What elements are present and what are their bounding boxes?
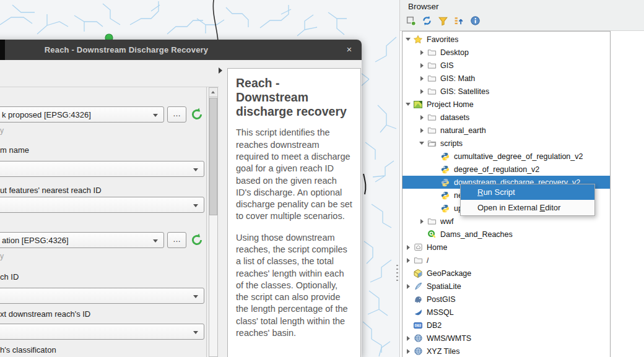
tree-item-dams-and-reaches[interactable]: Dams_and_Reaches — [402, 228, 610, 241]
tree-item-geopackage[interactable]: GeoPackage — [402, 267, 610, 280]
folder-icon — [426, 74, 437, 83]
browser-toolbar — [405, 15, 481, 26]
svg-text:DB2: DB2 — [415, 324, 421, 327]
postgis-icon — [412, 295, 424, 304]
tree-item-root[interactable]: / — [402, 254, 610, 267]
tree-item-wwf[interactable]: wwf — [402, 215, 610, 228]
nearest-reach-label: ut features' nearest reach ID — [0, 186, 102, 195]
reload-layer-icon[interactable] — [189, 233, 204, 247]
geopackage-icon — [412, 269, 424, 278]
combobox-value: ation [EPSG:4326] — [2, 236, 69, 245]
expand-icon[interactable] — [404, 258, 412, 263]
qgis-window: Reach - Downstream Discharge Recovery × … — [0, 0, 644, 357]
tree-item-desktop[interactable]: Desktop — [402, 46, 610, 59]
collapse-icon[interactable] — [404, 103, 412, 106]
tree-item-degree-of-regulation-v2[interactable]: degree_of_regulation_v2 — [402, 163, 610, 176]
add-selected-layers-icon[interactable] — [405, 15, 416, 26]
tree-item-home[interactable]: Home — [402, 241, 610, 254]
menu-item-open-in-external-editor[interactable]: Open in External Editor — [461, 200, 594, 215]
expand-icon[interactable] — [417, 63, 426, 68]
reload-layer-icon[interactable] — [189, 107, 204, 122]
folder-icon — [426, 61, 437, 70]
collapse-all-icon[interactable] — [453, 15, 464, 26]
browse-button[interactable]: … — [167, 232, 186, 248]
browser-header: Browser — [400, 0, 644, 31]
python-script-icon — [440, 178, 451, 187]
column-name-combobox[interactable] — [0, 161, 204, 177]
map-feature-line — [213, 0, 218, 41]
tree-item-postgis[interactable]: PostGIS — [402, 293, 610, 306]
help-panel: Reach - Downstream discharge recovery Th… — [227, 68, 361, 357]
properties-icon[interactable] — [469, 15, 481, 26]
help-title: Reach - Downstream discharge recovery — [236, 76, 352, 118]
station-layer-combobox[interactable]: ation [EPSG:4326] — [0, 232, 164, 248]
collapse-icon[interactable] — [417, 142, 426, 145]
scrollbar-thumb[interactable] — [209, 98, 217, 215]
collapse-icon[interactable] — [404, 38, 412, 41]
tree-item-project-home[interactable]: Project Home — [402, 98, 610, 111]
divider — [0, 87, 219, 87]
tree-item-wms-wmts[interactable]: WMS/WMTS — [402, 332, 610, 345]
expand-icon[interactable] — [404, 336, 412, 341]
tree-item-gis-satellites[interactable]: GIS: Satellites — [402, 85, 610, 98]
reach-id-label: ch ID — [0, 272, 19, 282]
reach-id-combobox[interactable] — [0, 288, 204, 304]
dialog-body: k proposed [EPSG:4326] … y m name ut fea… — [0, 60, 362, 357]
python-script-icon — [440, 204, 451, 213]
folder-open-icon — [426, 139, 437, 148]
expand-icon[interactable] — [417, 50, 426, 55]
optional-hint: y — [0, 126, 4, 135]
classification-label: h's classificaton — [0, 345, 56, 355]
tree-item-gis-math[interactable]: GIS: Math — [402, 72, 610, 85]
tree-item-gis[interactable]: GIS — [402, 59, 610, 72]
db2-icon: DB2 — [412, 320, 424, 330]
dialog-titlebar[interactable]: Reach - Downstream Discharge Recovery × — [0, 40, 362, 60]
tree-item-mssql[interactable]: MSSQL — [402, 306, 610, 319]
goal-layer-combobox[interactable]: k proposed [EPSG:4326] — [0, 106, 164, 123]
dock-splitter-handle[interactable] — [396, 265, 398, 281]
combobox-value: k proposed [EPSG:4326] — [2, 110, 91, 119]
filter-browser-icon[interactable] — [437, 15, 448, 26]
expand-icon[interactable] — [417, 115, 426, 120]
expand-icon[interactable] — [404, 245, 412, 250]
tree-item-db2[interactable]: DB2 DB2 — [402, 319, 610, 332]
browser-panel-title: Browser — [408, 2, 439, 11]
help-collapse-icon[interactable] — [219, 67, 222, 74]
tree-item-favorites[interactable]: Favorites — [402, 33, 610, 46]
next-downstream-label: xt downstream reach's ID — [0, 309, 90, 319]
tree-item-xyz-tiles[interactable]: XYZ Tiles — [402, 345, 610, 357]
expand-icon[interactable] — [417, 219, 426, 224]
tree-item-spatialite[interactable]: SpatiaLite — [402, 280, 610, 293]
close-icon[interactable]: × — [343, 43, 355, 56]
divider — [206, 87, 207, 357]
tree-item-datasets[interactable]: datasets — [402, 111, 610, 124]
expand-icon[interactable] — [404, 284, 412, 289]
chevron-down-icon — [193, 295, 198, 298]
tree-item-cumultative-degree-of-regulation-v2[interactable]: cumultative_degree_of_regulation_v2 — [402, 150, 610, 163]
refresh-icon[interactable] — [421, 15, 432, 26]
folder-icon — [426, 48, 437, 57]
dialog-title: Reach - Downstream Discharge Recovery — [45, 45, 209, 54]
menu-item-run-script[interactable]: Run Script — [461, 184, 594, 200]
tree-item-natural-earth[interactable]: natural_earth — [402, 124, 610, 137]
nearest-reach-combobox[interactable] — [0, 197, 204, 213]
globe-icon — [412, 346, 424, 356]
expand-icon[interactable] — [417, 128, 426, 133]
globe-icon — [412, 333, 424, 343]
scroll-up-icon[interactable] — [209, 88, 217, 97]
spatialite-icon — [412, 282, 424, 291]
folder-icon — [426, 113, 437, 122]
browse-button[interactable]: … — [167, 106, 186, 123]
context-menu: Run Script Open in External Editor — [460, 184, 595, 216]
folder-icon — [426, 217, 437, 226]
star-icon — [412, 35, 424, 45]
expand-icon[interactable] — [404, 349, 412, 354]
expand-icon[interactable] — [417, 89, 426, 94]
map-feature-line — [363, 174, 365, 194]
folder-icon — [412, 256, 424, 265]
next-downstream-combobox[interactable] — [0, 324, 204, 340]
expand-icon[interactable] — [417, 76, 426, 81]
form-scrollbar[interactable] — [209, 87, 218, 357]
tree-item-scripts[interactable]: scripts — [402, 137, 610, 150]
column-name-label: m name — [0, 145, 29, 155]
